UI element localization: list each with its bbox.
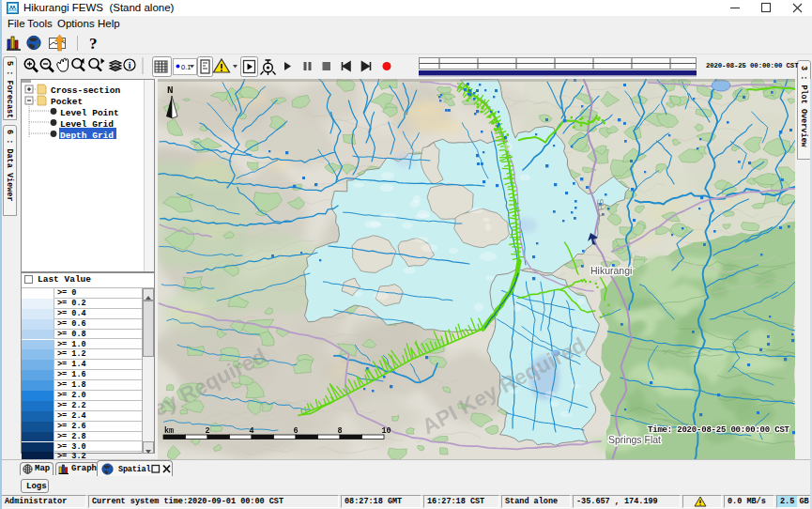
svg-text:Level Point: Level Point <box>60 108 119 118</box>
svg-text:0.1: 0.1 <box>181 63 191 71</box>
svg-text:Time: 2020-08-25 00:00:00 CST: Time: 2020-08-25 00:00:00 CST <box>648 425 790 435</box>
svg-text:Pocket: Pocket <box>51 97 83 107</box>
svg-text:km: km <box>164 426 174 436</box>
svg-text:6: 6 <box>294 426 299 436</box>
svg-text:4: 4 <box>250 426 254 436</box>
svg-text:Cross-section: Cross-section <box>51 85 120 96</box>
svg-text:N: N <box>167 85 174 96</box>
svg-text:6 : Data Viewer: 6 : Data Viewer <box>5 130 14 202</box>
svg-text:?: ? <box>89 35 98 52</box>
svg-text:2: 2 <box>206 426 210 436</box>
svg-text:5 : Forecast: 5 : Forecast <box>5 61 14 118</box>
svg-text:8: 8 <box>338 426 343 436</box>
svg-text:Hikurangi: Hikurangi <box>590 265 632 276</box>
svg-text:3 : Plot Overview: 3 : Plot Overview <box>799 66 808 148</box>
svg-text:Springs Flat: Springs Flat <box>608 434 661 445</box>
svg-text:Level Grid: Level Grid <box>60 119 114 130</box>
svg-text:10: 10 <box>382 426 391 436</box>
svg-text:Depth Grid: Depth Grid <box>60 131 114 141</box>
svg-text:i: i <box>129 61 131 70</box>
